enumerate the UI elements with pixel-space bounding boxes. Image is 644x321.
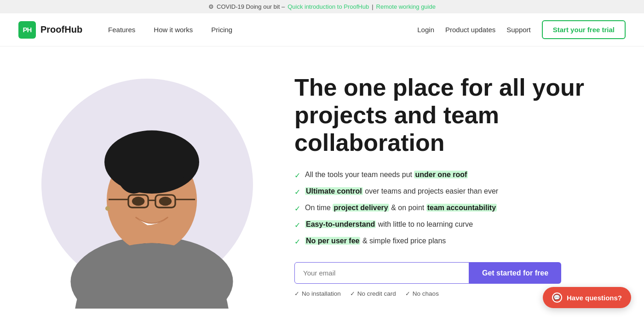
feature-item-5: ✓ No per user fee & simple fixed price p… xyxy=(294,235,616,247)
nav-support[interactable]: Support xyxy=(506,26,531,34)
email-cta-row: Get started for free xyxy=(294,262,616,284)
svg-point-12 xyxy=(132,197,144,206)
highlight-no-per-user-fee: No per user fee xyxy=(305,237,360,245)
hero-content: The one place for all your projects and … xyxy=(267,65,616,297)
feature-list: ✓ All the tools your team needs put unde… xyxy=(294,169,616,247)
sub-check-3: ✓ xyxy=(405,290,410,297)
feature-item-4: ✓ Easy-to-understand with little to no l… xyxy=(294,219,616,231)
check-icon-3: ✓ xyxy=(294,203,300,214)
announcement-bar: ⚙ COVID-19 Doing our bit – Quick introdu… xyxy=(0,0,644,13)
sub-feature-no-installation: ✓ No installation xyxy=(294,290,341,297)
highlight-easy-to-understand: Easy-to-understand xyxy=(305,220,376,228)
email-input[interactable] xyxy=(294,262,469,284)
nav-right-links: Login Product updates Support Start your… xyxy=(417,20,626,39)
get-started-button[interactable]: Get started for free xyxy=(469,262,561,284)
nav-features[interactable]: Features xyxy=(101,22,143,37)
nav-left-links: Features How it works Pricing xyxy=(101,22,417,37)
logo-link[interactable]: PH ProofHub xyxy=(18,21,82,39)
start-free-trial-button[interactable]: Start your free trial xyxy=(542,20,626,39)
nav-pricing[interactable]: Pricing xyxy=(204,22,240,37)
gear-icon: ⚙ xyxy=(208,3,214,10)
check-icon-4: ✓ xyxy=(294,220,300,231)
navbar: PH ProofHub Features How it works Pricin… xyxy=(0,13,644,46)
hero-image-area xyxy=(28,69,267,309)
nav-product-updates[interactable]: Product updates xyxy=(445,26,495,34)
sub-feature-label-1: No installation xyxy=(302,290,341,297)
sub-feature-label-3: No chaos xyxy=(413,290,439,297)
person-svg xyxy=(37,74,267,309)
chat-bubble-icon: 💬 xyxy=(552,292,562,303)
sub-feature-no-credit-card: ✓ No credit card xyxy=(350,290,396,297)
hero-person-image xyxy=(37,74,267,309)
sub-feature-no-chaos: ✓ No chaos xyxy=(405,290,439,297)
svg-point-13 xyxy=(159,197,172,206)
highlight-project-delivery: project delivery xyxy=(333,204,389,212)
check-icon-2: ✓ xyxy=(294,187,300,198)
hero-title: The one place for all your projects and … xyxy=(294,74,616,156)
sub-check-1: ✓ xyxy=(294,290,299,297)
logo-icon: PH xyxy=(18,21,36,39)
svg-point-14 xyxy=(105,206,110,211)
hero-section: The one place for all your projects and … xyxy=(0,46,644,309)
chat-widget[interactable]: 💬 Have questions? xyxy=(543,287,631,308)
announcement-separator: | xyxy=(372,3,373,10)
announcement-prefix: COVID-19 Doing our bit – xyxy=(217,3,285,10)
feature-item-3: ✓ On time project delivery & on point te… xyxy=(294,202,616,214)
sub-check-2: ✓ xyxy=(350,290,355,297)
logo-name: ProofHub xyxy=(40,24,82,35)
svg-point-6 xyxy=(111,139,193,175)
highlight-under-one-roof: under one roof xyxy=(414,171,468,178)
check-icon-5: ✓ xyxy=(294,236,300,247)
feature-item-1: ✓ All the tools your team needs put unde… xyxy=(294,169,616,181)
nav-login[interactable]: Login xyxy=(417,26,434,34)
highlight-ultimate-control: Ultimate control xyxy=(305,187,363,195)
announcement-link1[interactable]: Quick introduction to ProofHub xyxy=(288,3,369,10)
feature-item-2: ✓ Ultimate control over teams and projec… xyxy=(294,186,616,198)
announcement-link2[interactable]: Remote working guide xyxy=(376,3,436,10)
check-icon-1: ✓ xyxy=(294,170,300,181)
highlight-team-accountability: team accountability xyxy=(426,204,497,212)
nav-how-it-works[interactable]: How it works xyxy=(146,22,200,37)
chat-widget-label: Have questions? xyxy=(567,294,622,302)
sub-feature-label-2: No credit card xyxy=(357,290,396,297)
